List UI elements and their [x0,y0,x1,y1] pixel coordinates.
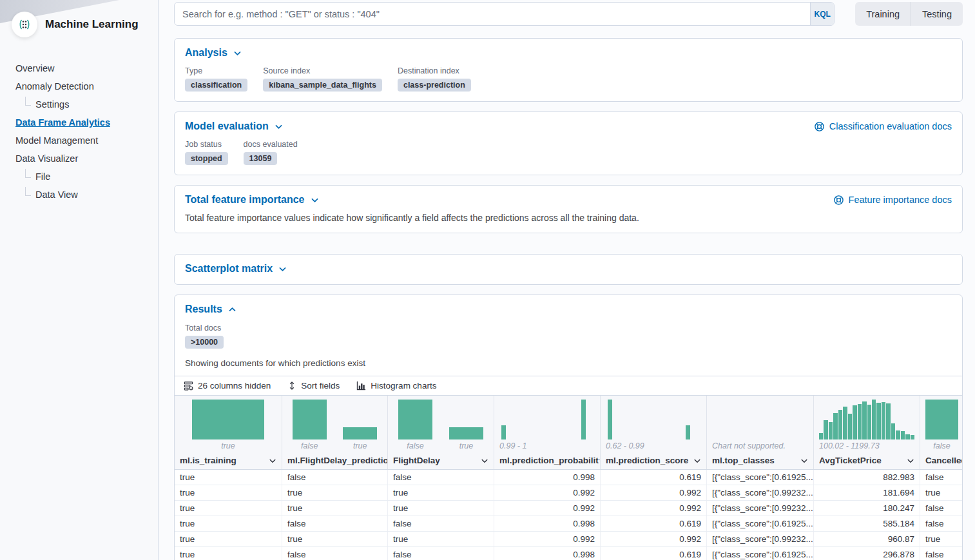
analysis-panel-toggle[interactable]: Analysis [185,47,242,59]
sidebar-item-data-view[interactable]: Data View [15,186,158,204]
sidebar-nav: OverviewAnomaly DetectionSettingsData Fr… [0,59,158,204]
column-header-ml-flightdelay-predictio[interactable]: ml.FlightDelay_predictio [282,452,387,469]
cell-ml-top-classes[interactable]: [{"class_score":[0.61925... [707,470,814,485]
table-row: truefalsefalse0.9980.619[{"class_score":… [175,516,962,532]
cell-ml-is-training[interactable]: true [175,516,282,531]
cell-ml-is-training[interactable]: true [175,532,282,546]
cell-cancelled[interactable]: true [920,485,962,500]
column-histogram [287,400,382,439]
search-input[interactable] [174,2,835,26]
classification-evaluation-docs-link[interactable]: Classification evaluation docs [814,121,952,132]
grid-header: trueml.is_trainingfalsetrueml.FlightDela… [175,396,962,470]
column-header-cancelled[interactable]: Cancelled [920,452,962,469]
cell-ml-flightdelay-predictio[interactable]: false [282,516,388,531]
columns-hidden-button[interactable]: 26 columns hidden [184,381,271,391]
column-header-ml-prediction-score[interactable]: ml.prediction_score [601,452,706,469]
training-button[interactable]: Training [855,2,911,26]
cell-ml-is-training[interactable]: true [175,501,282,516]
cell-cancelled[interactable]: false [920,470,962,485]
sidebar-item-anomaly-detection[interactable]: Anomaly Detection [15,77,158,95]
column-header-flightdelay[interactable]: FlightDelay [388,452,494,469]
histogram-charts-button[interactable]: Histogram charts [356,381,436,391]
cell-flightdelay[interactable]: true [388,485,494,500]
column-header-label: ml.is_training [180,456,237,465]
cell-cancelled[interactable]: false [920,516,962,531]
cell-ml-flightdelay-predictio[interactable]: true [282,532,388,546]
tree-line-icon [25,97,31,106]
cell-ml-is-training[interactable]: true [175,485,282,500]
scatterplot-matrix-panel-toggle[interactable]: Scatterplot matrix [185,263,287,275]
total-docs-field: Total docs >10000 [185,323,952,349]
sort-fields-button[interactable]: Sort fields [287,381,340,391]
cell-avgticketprice[interactable]: 585.184 [814,516,920,531]
cell-flightdelay[interactable]: true [388,532,494,546]
cell-ml-top-classes[interactable]: [{"class_score":[0.61925... [707,516,814,531]
cell-ml-prediction-score[interactable]: 0.619 [601,516,707,531]
column-header-ml-is-training[interactable]: ml.is_training [175,452,282,469]
grid-column-ml-prediction-score: 0.62 - 0.99ml.prediction_score [601,396,707,469]
cell-ml-prediction-probabilit[interactable]: 0.998 [494,547,601,560]
cell-ml-top-classes[interactable]: [{"class_score":[0.99232... [707,485,814,500]
table-row: truetruetrue0.9920.992[{"class_score":[0… [175,501,962,516]
sidebar-item-settings[interactable]: Settings [15,95,158,113]
cell-ml-is-training[interactable]: true [175,470,282,485]
cell-ml-top-classes[interactable]: [{"class_score":[0.61925... [707,547,814,560]
cell-avgticketprice[interactable]: 882.983 [814,470,920,485]
cell-avgticketprice[interactable]: 296.878 [814,547,920,560]
cell-flightdelay[interactable]: false [388,547,494,560]
cell-cancelled[interactable]: false [920,547,962,560]
cell-ml-prediction-score[interactable]: 0.619 [601,547,707,560]
cell-avgticketprice[interactable]: 180.247 [814,501,920,516]
cell-ml-flightdelay-predictio[interactable]: false [282,470,388,485]
cell-flightdelay[interactable]: false [388,470,494,485]
tree-line-icon [25,169,31,178]
sidebar-item-label: Settings [35,99,69,110]
cell-cancelled[interactable]: false [920,501,962,516]
table-row: truetruetrue0.9920.992[{"class_score":[0… [175,485,962,501]
cell-ml-prediction-probabilit[interactable]: 0.992 [494,485,601,500]
training-testing-filter-group: TrainingTesting [855,2,963,26]
cell-ml-flightdelay-predictio[interactable]: true [282,485,388,500]
column-header-ml-prediction-probabilit[interactable]: ml.prediction_probabilit [494,452,600,469]
cell-ml-top-classes[interactable]: [{"class_score":[0.99232... [707,532,814,546]
chevron-down-icon [269,457,276,465]
cell-ml-top-classes[interactable]: [{"class_score":[0.99232... [707,501,814,516]
feature-importance-panel-toggle[interactable]: Total feature importance [185,194,319,206]
table-row: truetruetrue0.9920.992[{"class_score":[0… [175,532,962,547]
sidebar-item-data-frame-analytics[interactable]: Data Frame Analytics [15,113,158,131]
model-evaluation-panel-toggle[interactable]: Model evaluation [185,121,283,132]
cell-ml-prediction-score[interactable]: 0.992 [601,501,707,516]
testing-button[interactable]: Testing [911,2,963,26]
results-panel-toggle[interactable]: Results [185,304,237,315]
field-label: Destination index [398,66,471,75]
column-histogram-label: true [175,439,282,452]
cell-ml-prediction-score[interactable]: 0.992 [601,532,707,546]
cell-cancelled[interactable]: true [920,532,962,546]
cell-ml-prediction-probabilit[interactable]: 0.992 [494,532,601,546]
column-header-avgticketprice[interactable]: AvgTicketPrice [814,452,920,469]
sidebar-item-overview[interactable]: Overview [15,59,158,77]
help-icon [833,195,844,206]
sidebar-item-data-visualizer[interactable]: Data Visualizer [15,150,158,168]
cell-flightdelay[interactable]: false [388,516,494,531]
sidebar-item-file[interactable]: File [15,168,158,186]
cell-ml-flightdelay-predictio[interactable]: true [282,501,388,516]
cell-avgticketprice[interactable]: 181.694 [814,485,920,500]
cell-ml-prediction-probabilit[interactable]: 0.998 [494,516,601,531]
chevron-up-icon [228,305,237,314]
column-histogram-label: 0.99 - 1 [494,439,600,452]
cell-ml-prediction-probabilit[interactable]: 0.992 [494,501,601,516]
cell-ml-flightdelay-predictio[interactable]: false [282,547,388,560]
cell-avgticketprice[interactable]: 960.87 [814,532,920,546]
cell-ml-prediction-probabilit[interactable]: 0.998 [494,470,601,485]
sidebar-item-model-management[interactable]: Model Management [15,131,158,150]
chevron-down-icon [278,265,287,273]
cell-ml-prediction-score[interactable]: 0.619 [601,470,707,485]
column-header-ml-top-classes[interactable]: ml.top_classes [707,452,813,469]
cell-ml-prediction-score[interactable]: 0.992 [601,485,707,500]
cell-ml-is-training[interactable]: true [175,547,282,560]
kql-button[interactable]: KQL [810,3,834,25]
cell-flightdelay[interactable]: true [388,501,494,516]
feature-importance-docs-link[interactable]: Feature importance docs [833,195,952,206]
main-content: KQL TrainingTesting Analysis Typeclassif… [159,0,975,560]
